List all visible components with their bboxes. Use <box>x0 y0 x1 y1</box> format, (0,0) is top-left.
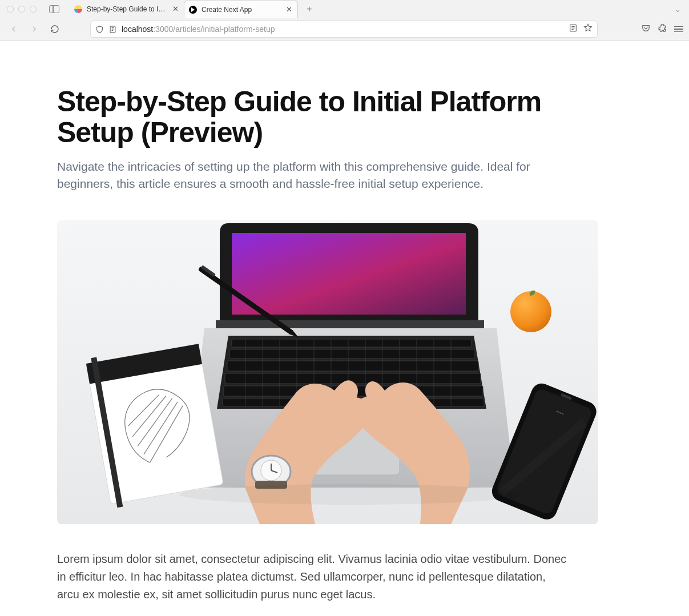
tab-contentful[interactable]: Step-by-Step Guide to Initial Pl… ✕ <box>70 1 184 18</box>
site-info-icon[interactable] <box>108 25 117 34</box>
tab-nextapp[interactable]: Create Next App ✕ <box>184 1 298 18</box>
svg-point-36 <box>510 291 551 332</box>
tab-strip: Step-by-Step Guide to Initial Pl… ✕ Crea… <box>0 0 689 18</box>
close-tab-icon[interactable]: ✕ <box>285 6 293 14</box>
svg-rect-4 <box>216 320 484 328</box>
url-host: localhost <box>122 25 153 34</box>
nextjs-favicon-icon <box>189 6 197 14</box>
close-tab-icon[interactable]: ✕ <box>171 5 179 13</box>
close-window-icon[interactable] <box>7 6 14 13</box>
maximize-window-icon[interactable] <box>30 6 37 13</box>
tabs-dropdown-icon[interactable]: ⌄ <box>675 5 681 14</box>
contentful-favicon-icon <box>74 5 82 13</box>
browser-chrome: Step-by-Step Guide to Initial Pl… ✕ Crea… <box>0 0 689 41</box>
window-controls <box>3 6 41 13</box>
svg-point-41 <box>179 484 522 505</box>
tab-label: Step-by-Step Guide to Initial Pl… <box>87 5 167 13</box>
tracking-protection-icon[interactable] <box>95 25 104 34</box>
article-body-paragraph: Lorem ipsum dolor sit amet, consectetur … <box>57 550 571 603</box>
svg-rect-0 <box>110 26 115 32</box>
bookmark-icon[interactable] <box>583 23 593 35</box>
reader-mode-icon[interactable] <box>569 23 578 35</box>
url-path: :3000/articles/initial-platform-setup <box>153 25 275 34</box>
url-text: localhost:3000/articles/initial-platform… <box>122 25 564 34</box>
extensions-icon[interactable] <box>658 23 667 35</box>
hero-image: •••• <box>57 220 598 524</box>
tab-label: Create Next App <box>202 6 280 14</box>
forward-button[interactable] <box>26 21 42 37</box>
back-button[interactable] <box>6 21 22 37</box>
address-bar[interactable]: localhost:3000/articles/initial-platform… <box>90 21 598 38</box>
new-tab-button[interactable]: + <box>301 1 317 17</box>
svg-rect-7 <box>227 361 478 371</box>
article-title: Step-by-Step Guide to Initial Platform S… <box>57 86 601 148</box>
menu-icon[interactable] <box>674 26 683 33</box>
svg-rect-5 <box>232 339 472 347</box>
svg-rect-6 <box>229 349 475 359</box>
svg-rect-3 <box>232 233 466 315</box>
page-content: Step-by-Step Guide to Initial Platform S… <box>0 41 689 616</box>
toolbar: localhost:3000/articles/initial-platform… <box>0 18 689 40</box>
reload-button[interactable] <box>47 21 63 37</box>
sidebar-toggle-icon[interactable] <box>49 5 59 13</box>
article-subtitle: Navigate the intricacies of setting up t… <box>57 158 571 193</box>
minimize-window-icon[interactable] <box>18 6 25 13</box>
pocket-icon[interactable] <box>641 23 651 35</box>
